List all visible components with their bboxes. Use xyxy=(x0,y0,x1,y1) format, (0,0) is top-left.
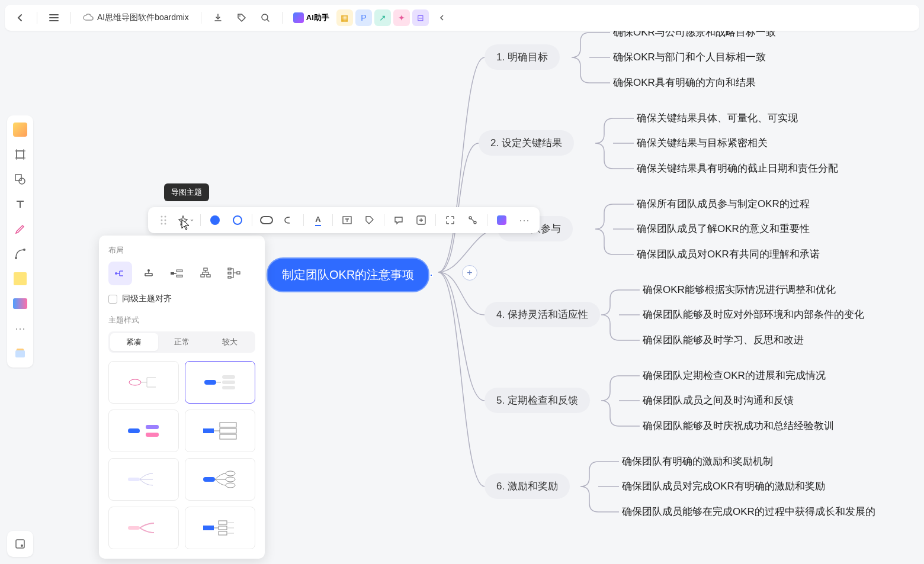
tool-mindmap[interactable] xyxy=(11,294,30,313)
tool-chat[interactable]: ⊟ xyxy=(412,9,429,26)
theme-button[interactable] xyxy=(175,210,197,231)
style-preset-8[interactable] xyxy=(185,507,255,549)
title-text: AI思维导图软件boardmix xyxy=(97,12,189,23)
branch-node[interactable]: 4. 保持灵活和适应性 xyxy=(485,302,600,327)
tool-template[interactable] xyxy=(11,344,30,363)
leaf-node[interactable]: 确保关键结果与目标紧密相关 xyxy=(637,136,768,150)
leaf-node[interactable]: 确保团队能够及时庆祝成功和总结经验教训 xyxy=(643,419,834,433)
svg-point-21 xyxy=(147,269,150,272)
style-preset-2[interactable] xyxy=(185,361,255,404)
svg-rect-42 xyxy=(220,428,236,433)
style-preset-3[interactable] xyxy=(108,410,179,452)
expand-button[interactable] xyxy=(431,7,453,28)
leaf-node[interactable]: 确保OKR与部门和个人目标相一致 xyxy=(613,50,766,64)
tool-sticker[interactable] xyxy=(11,120,30,139)
menu-button[interactable] xyxy=(43,7,65,28)
tool-text[interactable] xyxy=(11,195,30,214)
tool-more[interactable]: ⋯ xyxy=(11,319,30,338)
svg-point-14 xyxy=(161,223,163,225)
align-siblings-option[interactable]: 同级主题对齐 xyxy=(108,294,255,304)
root-handle[interactable] xyxy=(429,273,433,277)
more-button[interactable]: ⋯ xyxy=(514,210,535,231)
tag-button[interactable] xyxy=(231,7,252,28)
layout-org[interactable] xyxy=(222,262,246,285)
separator xyxy=(332,214,333,226)
separator xyxy=(201,12,201,24)
leaf-node[interactable]: 确保团队成员能够在完成OKR的过程中获得成长和发展的 xyxy=(622,505,875,518)
seg-large[interactable]: 较大 xyxy=(206,333,254,351)
search-button[interactable] xyxy=(255,7,276,28)
style-preset-5[interactable] xyxy=(108,458,179,501)
svg-rect-39 xyxy=(146,433,159,437)
text-box-button[interactable] xyxy=(336,210,358,231)
layout-tree[interactable] xyxy=(194,262,217,285)
tool-note[interactable] xyxy=(11,269,30,288)
separator xyxy=(303,214,304,226)
layout-timeline[interactable] xyxy=(165,262,189,285)
leaf-node[interactable]: 确保所有团队成员参与制定OKR的过程 xyxy=(637,197,810,211)
root-node[interactable]: 制定团队OKR的注意事项 xyxy=(267,257,429,292)
svg-rect-25 xyxy=(204,268,207,270)
fill-color-button[interactable] xyxy=(204,210,226,231)
svg-rect-44 xyxy=(128,478,140,481)
svg-rect-29 xyxy=(228,272,231,274)
svg-rect-2 xyxy=(17,151,24,158)
svg-rect-51 xyxy=(219,521,227,524)
leaf-node[interactable]: 确保OKR具有明确的方向和结果 xyxy=(613,76,756,89)
leaf-node[interactable]: 确保团队成员了解OKR的意义和重要性 xyxy=(637,222,810,236)
download-button[interactable] xyxy=(207,7,229,28)
add-child-button[interactable]: + xyxy=(462,265,477,281)
leaf-node[interactable]: 确保团队能够及时学习、反思和改进 xyxy=(643,333,804,347)
back-button[interactable] xyxy=(9,7,31,28)
style-preset-4[interactable] xyxy=(185,410,255,452)
ai-assistant-button[interactable]: AI助手 xyxy=(288,7,334,28)
tool-share[interactable]: ↗ xyxy=(374,9,391,26)
layout-down[interactable] xyxy=(137,262,161,285)
svg-rect-22 xyxy=(171,272,174,275)
separator xyxy=(435,214,436,226)
leaf-node[interactable]: 确保关键结果具有明确的截止日期和责任分配 xyxy=(637,162,838,175)
tool-frame[interactable] xyxy=(11,145,30,164)
add-button[interactable] xyxy=(410,210,432,231)
drag-handle[interactable] xyxy=(153,210,174,231)
svg-rect-7 xyxy=(15,350,25,357)
shape-pill-button[interactable] xyxy=(256,210,277,231)
svg-rect-40 xyxy=(203,428,214,433)
document-title[interactable]: AI思维导图软件boardmix xyxy=(77,12,195,23)
connector-style-button[interactable] xyxy=(278,210,300,231)
tool-image[interactable]: ▦ xyxy=(336,9,353,26)
leaf-node[interactable]: 确保团队定期检查OKR的进展和完成情况 xyxy=(643,369,826,382)
seg-normal[interactable]: 正常 xyxy=(158,333,206,351)
leaf-node[interactable]: 确保团队成员对完成OKR有明确的激励和奖励 xyxy=(622,479,825,493)
style-preset-6[interactable] xyxy=(185,458,255,501)
tool-present[interactable]: P xyxy=(355,9,372,26)
border-color-button[interactable] xyxy=(227,210,248,231)
comment-button[interactable] xyxy=(388,210,409,231)
branch-node[interactable]: 6. 激励和奖励 xyxy=(485,473,570,499)
text-style-button[interactable]: A xyxy=(307,210,329,231)
branch-node[interactable]: 5. 定期检查和反馈 xyxy=(485,388,590,413)
svg-rect-50 xyxy=(203,526,214,530)
leaf-node[interactable]: 确保团队有明确的激励和奖励机制 xyxy=(622,455,773,468)
seg-compact[interactable]: 紧凑 xyxy=(110,333,158,351)
leaf-node[interactable]: 确保OKR能够根据实际情况进行调整和优化 xyxy=(643,283,836,296)
branch-node[interactable]: 1. 明确目标 xyxy=(485,44,560,70)
leaf-node[interactable]: 确保团队能够及时应对外部环境和内部条件的变化 xyxy=(643,308,864,321)
relation-button[interactable] xyxy=(462,210,483,231)
svg-rect-38 xyxy=(146,425,159,429)
branch-node[interactable]: 2. 设定关键结果 xyxy=(479,130,574,156)
tag-button[interactable] xyxy=(359,210,380,231)
tool-pen[interactable] xyxy=(11,220,30,239)
leaf-node[interactable]: 确保关键结果具体、可量化、可实现 xyxy=(637,111,798,125)
layout-right[interactable] xyxy=(108,262,132,285)
ai-button[interactable] xyxy=(491,210,512,231)
tool-connect[interactable]: ✦ xyxy=(393,9,410,26)
leaf-node[interactable]: 确保团队成员对OKR有共同的理解和承诺 xyxy=(637,247,820,261)
tool-shape[interactable] xyxy=(11,170,30,189)
tool-line[interactable] xyxy=(11,244,30,263)
leaf-node[interactable]: 确保团队成员之间及时沟通和反馈 xyxy=(643,394,794,407)
layout-options xyxy=(108,262,255,285)
style-preset-1[interactable] xyxy=(108,361,179,404)
expand-button[interactable] xyxy=(439,210,461,231)
style-preset-7[interactable] xyxy=(108,507,179,549)
